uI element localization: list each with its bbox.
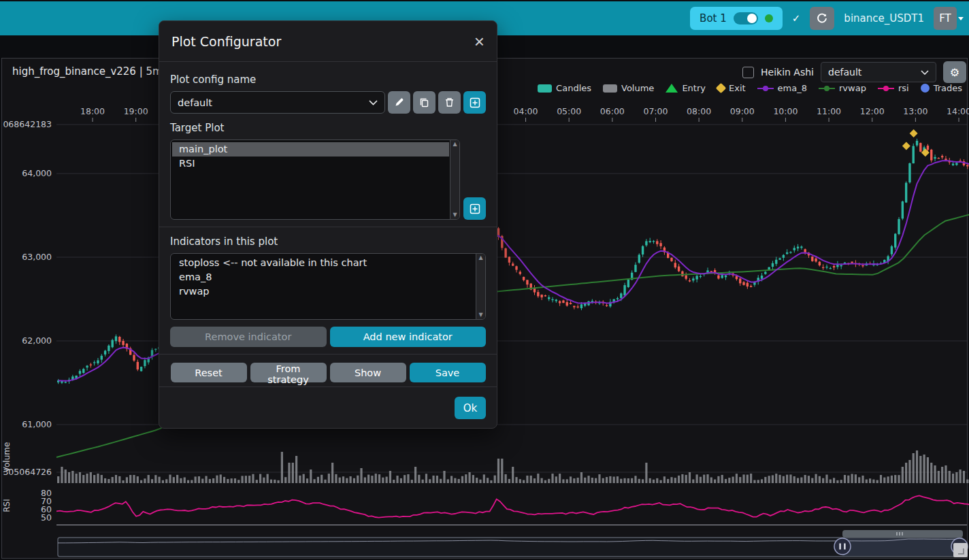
listbox-scrollbar[interactable]: ▲ ▼ bbox=[450, 140, 459, 219]
target-plot-listbox[interactable]: main_plotRSI ▲ ▼ bbox=[170, 139, 460, 220]
svg-text:07:00: 07:00 bbox=[643, 106, 668, 116]
rename-config-button[interactable] bbox=[388, 91, 410, 114]
svg-text:18:00: 18:00 bbox=[80, 106, 105, 116]
legend-label: rvwap bbox=[839, 83, 866, 93]
config-name-label: Plot config name bbox=[170, 73, 486, 86]
rsi-swatch-icon bbox=[878, 84, 894, 93]
legend-label: rsi bbox=[898, 83, 909, 93]
legend-label: ema_8 bbox=[778, 83, 807, 93]
volume-swatch-icon bbox=[603, 84, 617, 93]
resize-grip[interactable] bbox=[953, 543, 968, 557]
plus-square-icon bbox=[470, 203, 480, 214]
legend-item-ema_8[interactable]: ema_8 bbox=[757, 83, 807, 93]
add-new-indicator-button[interactable]: Add new indicator bbox=[330, 327, 487, 347]
config-name-select[interactable]: default bbox=[170, 91, 385, 114]
user-menu[interactable]: FT bbox=[934, 7, 964, 30]
svg-text:10:00: 10:00 bbox=[773, 106, 798, 116]
svg-text:50: 50 bbox=[41, 512, 52, 523]
legend-item-entry[interactable]: Entry bbox=[666, 83, 706, 93]
svg-text:63,000: 63,000 bbox=[22, 252, 52, 262]
add-config-button[interactable] bbox=[463, 91, 486, 114]
svg-text:19:00: 19:00 bbox=[124, 106, 148, 116]
remove-indicator-button[interactable]: Remove indicator bbox=[170, 327, 327, 347]
indicators-label: Indicators in this plot bbox=[170, 235, 486, 248]
trades-swatch-icon bbox=[921, 84, 930, 93]
legend-item-volume[interactable]: Volume bbox=[603, 83, 654, 93]
refresh-icon bbox=[817, 13, 827, 24]
svg-text:11:00: 11:00 bbox=[817, 106, 841, 116]
pencil-icon bbox=[394, 97, 404, 108]
target-plot-item[interactable]: RSI bbox=[172, 157, 459, 171]
plot-config-select[interactable]: default bbox=[821, 62, 936, 82]
indicator-item[interactable]: ema_8 bbox=[172, 270, 485, 284]
bot-name-label: Bot 1 bbox=[700, 12, 727, 24]
navigator[interactable] bbox=[58, 538, 963, 557]
chart-controls: Heikin Ashi default ⚙ bbox=[742, 61, 966, 83]
delete-config-button[interactable] bbox=[438, 91, 461, 114]
legend-label: Trades bbox=[934, 83, 962, 93]
target-plot-item[interactable]: main_plot bbox=[172, 142, 449, 157]
horizontal-scrollbar[interactable] bbox=[842, 530, 963, 538]
indicators-listbox[interactable]: stoploss <-- not available in this chart… bbox=[170, 253, 486, 320]
plot-configurator-modal: Plot Configurator × Plot config name def… bbox=[159, 20, 497, 429]
toggle-knob bbox=[747, 14, 757, 23]
modal-body: Plot config name default Target Plot mai… bbox=[159, 62, 497, 386]
ok-button[interactable]: Ok bbox=[455, 397, 486, 419]
config-name-value: default bbox=[178, 97, 212, 108]
legend-item-candles[interactable]: Candles bbox=[538, 83, 591, 93]
avatar[interactable]: FT bbox=[934, 7, 957, 30]
svg-text:12:00: 12:00 bbox=[860, 106, 885, 116]
chart-legend: CandlesVolumeEntryExitema_8rvwaprsiTrade… bbox=[538, 83, 962, 93]
bot-toggle[interactable] bbox=[734, 12, 758, 24]
from-strategy-button[interactable]: From strategy bbox=[250, 363, 327, 382]
trash-icon bbox=[444, 97, 455, 108]
rvwap-swatch-icon bbox=[819, 84, 835, 93]
scroll-up-icon[interactable]: ▲ bbox=[453, 142, 457, 147]
gear-icon: ⚙ bbox=[950, 66, 959, 79]
entry-swatch-icon bbox=[666, 84, 678, 93]
legend-item-rvwap[interactable]: rvwap bbox=[819, 83, 866, 93]
listbox-scrollbar[interactable]: ▲ ▼ bbox=[476, 254, 485, 319]
legend-label: Entry bbox=[682, 83, 706, 93]
svg-text:Volume: Volume bbox=[2, 442, 12, 473]
caret-down-icon bbox=[958, 17, 964, 20]
navigator-left-handle[interactable] bbox=[834, 538, 851, 555]
reset-button[interactable]: Reset bbox=[171, 363, 247, 382]
bot-selector[interactable]: Bot 1 bbox=[690, 7, 783, 30]
check-icon: ✓ bbox=[792, 12, 801, 24]
legend-item-trades[interactable]: Trades bbox=[921, 83, 962, 93]
legend-item-exit[interactable]: Exit bbox=[717, 83, 746, 93]
svg-text:06:00: 06:00 bbox=[600, 106, 625, 116]
duplicate-config-button[interactable] bbox=[413, 91, 436, 114]
svg-text:61,000: 61,000 bbox=[22, 419, 52, 429]
plot-config-select-value: default bbox=[828, 67, 861, 78]
copy-icon bbox=[419, 97, 429, 108]
heikin-ashi-checkbox[interactable] bbox=[742, 67, 754, 78]
show-button[interactable]: Show bbox=[330, 363, 406, 382]
scroll-down-icon[interactable]: ▼ bbox=[453, 212, 457, 218]
ema_8-swatch-icon bbox=[757, 84, 774, 93]
chart-pair-title: high_frog_binance_v226 | 5m bbox=[12, 65, 163, 78]
modal-header: Plot Configurator × bbox=[159, 21, 497, 62]
svg-text:64,000: 64,000 bbox=[22, 168, 52, 178]
legend-item-rsi[interactable]: rsi bbox=[878, 83, 909, 93]
exit-swatch-icon bbox=[716, 83, 727, 94]
indicator-item[interactable]: stoploss <-- not available in this chart bbox=[172, 256, 485, 270]
refresh-button[interactable] bbox=[810, 7, 834, 30]
scroll-up-icon[interactable]: ▲ bbox=[478, 255, 482, 261]
indicator-item[interactable]: rvwap bbox=[172, 284, 485, 299]
current-pair-label: binance_USDT1 bbox=[844, 12, 924, 24]
plot-settings-button[interactable]: ⚙ bbox=[943, 61, 966, 83]
add-plot-button[interactable] bbox=[463, 197, 486, 220]
svg-text:14:00: 14:00 bbox=[947, 106, 969, 116]
svg-text:08:00: 08:00 bbox=[687, 106, 711, 116]
legend-label: Candles bbox=[556, 83, 591, 93]
legend-label: Exit bbox=[729, 83, 746, 93]
candles-swatch-icon bbox=[538, 84, 552, 93]
plus-square-icon bbox=[470, 97, 480, 108]
scroll-down-icon[interactable]: ▼ bbox=[478, 312, 482, 318]
save-button[interactable]: Save bbox=[410, 363, 486, 382]
target-plot-label: Target Plot bbox=[170, 122, 486, 134]
chevron-down-icon bbox=[921, 70, 929, 75]
close-button[interactable]: × bbox=[474, 33, 484, 50]
